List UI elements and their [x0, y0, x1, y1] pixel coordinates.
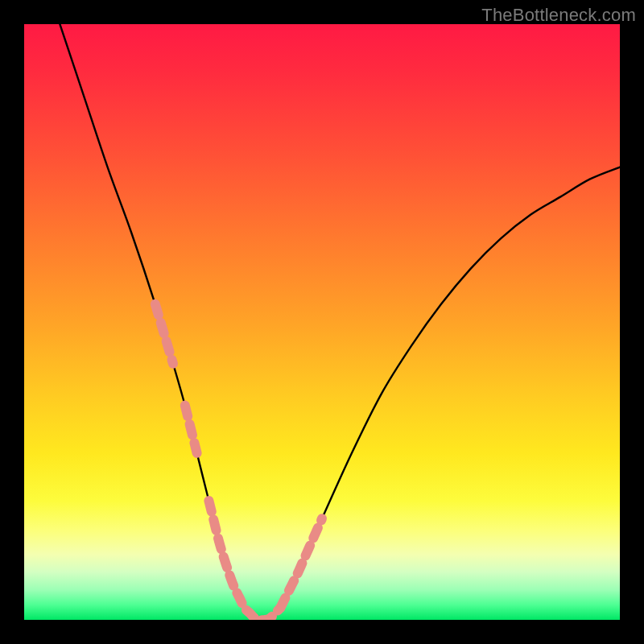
watermark-text: TheBottleneck.com — [481, 5, 636, 26]
marker-segment — [208, 501, 280, 620]
marker-segment — [155, 304, 173, 364]
chart-frame: TheBottleneck.com — [0, 0, 644, 644]
curve-svg — [24, 24, 620, 620]
plot-area — [24, 24, 620, 620]
marker-segment — [185, 406, 197, 453]
marker-segment — [280, 518, 322, 608]
bottleneck-curve — [60, 24, 620, 620]
curve-markers — [155, 304, 322, 620]
